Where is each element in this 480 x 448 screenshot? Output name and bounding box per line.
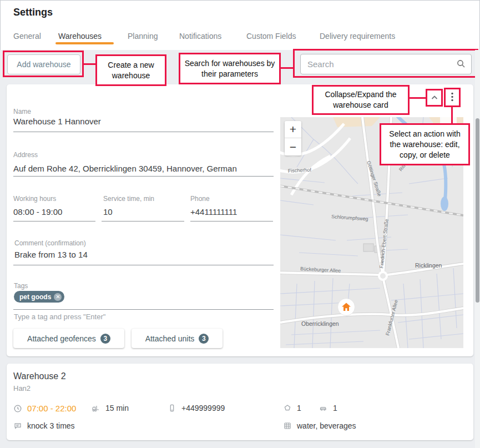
warehouse2-goods: water, beverages [283, 421, 356, 430]
active-tab-indicator [55, 42, 114, 44]
units-count-badge: 3 [199, 334, 209, 344]
warehouse-location-marker[interactable] [338, 299, 355, 316]
name-value[interactable]: Warehouse 1 Hannover [13, 117, 274, 126]
warehouse2-goods-value: water, beverages [297, 421, 356, 430]
map-zoom-control: + − [285, 121, 301, 155]
tag-chip-label: pet goods [19, 293, 51, 301]
warehouse2-service-time-value: 15 min [105, 404, 129, 412]
warehouse2-name: Warehouse 2 [13, 371, 66, 381]
comment-icon [13, 421, 22, 430]
attached-units-label: Attached units [145, 334, 195, 343]
settings-page: Settings General Warehouses Planning Not… [0, 0, 480, 448]
comment-underline [13, 265, 274, 265]
annotation-box-add-warehouse [3, 51, 84, 77]
working-hours-label: Working hours [13, 195, 56, 203]
warehouse2-hours-value: 07:00 - 22:00 [27, 404, 76, 413]
annotation-callout-search: Search for warehouses by their parameter… [179, 53, 281, 84]
address-underline [13, 176, 274, 177]
map-zoom-in-button[interactable]: + [285, 121, 301, 138]
scrollbar-track[interactable] [475, 50, 480, 448]
clock-icon [13, 404, 22, 413]
annotation-connector-search [281, 67, 293, 69]
attached-geofences-button[interactable]: Attached geofences 3 [13, 329, 124, 348]
annotation-callout-create: Create a new warehouse [95, 54, 166, 86]
working-hours-underline [13, 221, 95, 222]
geofence-icon [283, 404, 292, 412]
annotation-box-search [293, 49, 478, 78]
comment-value[interactable]: Brake from 13 to 14 [14, 250, 274, 259]
warehouse2-code: Han2 [13, 384, 31, 392]
warehouse2-comment: knock 3 times [13, 421, 75, 430]
annotation-callout-action: Select an action with the warehouse: edi… [380, 123, 470, 165]
annotation-box-actions-button [444, 88, 461, 107]
tab-general[interactable]: General [13, 32, 41, 41]
annotation-connector-create [84, 63, 95, 65]
tags-underline [13, 309, 274, 310]
warehouse2-phone: +449999999 [168, 404, 225, 412]
annotation-connector-action [451, 107, 453, 124]
tag-chip[interactable]: pet goods ✕ [14, 291, 64, 303]
annotation-connector-collapse [410, 97, 426, 99]
warehouse2-geofences: 1 [283, 404, 301, 412]
working-hours-value[interactable]: 08:00 - 19:00 [13, 207, 95, 217]
tab-warehouses[interactable]: Warehouses [58, 32, 102, 41]
warehouse-card-2[interactable]: Warehouse 2 Han2 07:00 - 22:00 15 min [7, 364, 473, 440]
scrollbar-thumb[interactable] [476, 118, 479, 303]
annotation-box-collapse-button [426, 89, 443, 107]
phone-underline [190, 221, 273, 222]
map-zoom-out-button[interactable]: − [285, 138, 301, 155]
service-time-underline [102, 221, 184, 222]
tab-planning[interactable]: Planning [128, 32, 158, 41]
page-title: Settings [13, 7, 53, 18]
warehouse2-service-time: 15 min [91, 404, 129, 412]
geofences-count-badge: 3 [100, 334, 110, 344]
attached-geofences-label: Attached geofences [27, 334, 96, 343]
map-label-oberricklingen: Oberricklingen [301, 320, 339, 327]
mobile-phone-icon [168, 404, 176, 412]
name-underline [13, 132, 274, 132]
service-time-label: Service time, min [103, 195, 154, 203]
name-label: Name [13, 108, 31, 115]
forklift-icon [91, 404, 100, 412]
warehouse2-comment-value: knock 3 times [27, 421, 75, 430]
tag-remove-icon[interactable]: ✕ [54, 293, 62, 301]
map-label-ricklingen: Ricklingen [415, 262, 442, 269]
tab-delivery-requirements[interactable]: Delivery requirements [320, 32, 395, 41]
attached-units-button[interactable]: Attached units 3 [132, 329, 223, 348]
comment-label: Comment (confirmation) [14, 239, 86, 247]
address-label: Address [13, 151, 38, 159]
tags-label: Tags [14, 282, 28, 290]
service-time-value[interactable]: 10 [103, 207, 184, 217]
tag-hint: Type a tag and press "Enter" [14, 313, 105, 321]
warehouse2-units-count: 1 [333, 404, 337, 412]
tab-notifications[interactable]: Notifications [179, 32, 221, 41]
phone-value[interactable]: +4411111111 [190, 207, 273, 217]
warehouse2-geofences-count: 1 [297, 404, 301, 412]
warehouse2-units: 1 [319, 404, 337, 412]
tab-custom-fields[interactable]: Custom Fields [246, 32, 296, 41]
phone-label: Phone [190, 195, 210, 203]
warehouse2-working-hours: 07:00 - 22:00 [13, 404, 76, 413]
warehouse2-phone-value: +449999999 [181, 404, 225, 412]
address-value[interactable]: Auf dem Rohe 42, Oberricklingen 30459, H… [13, 164, 274, 173]
car-icon [319, 404, 328, 412]
goods-grid-icon [283, 421, 292, 430]
annotation-callout-collapse: Collapse/Expand the warehouse card [312, 85, 410, 115]
